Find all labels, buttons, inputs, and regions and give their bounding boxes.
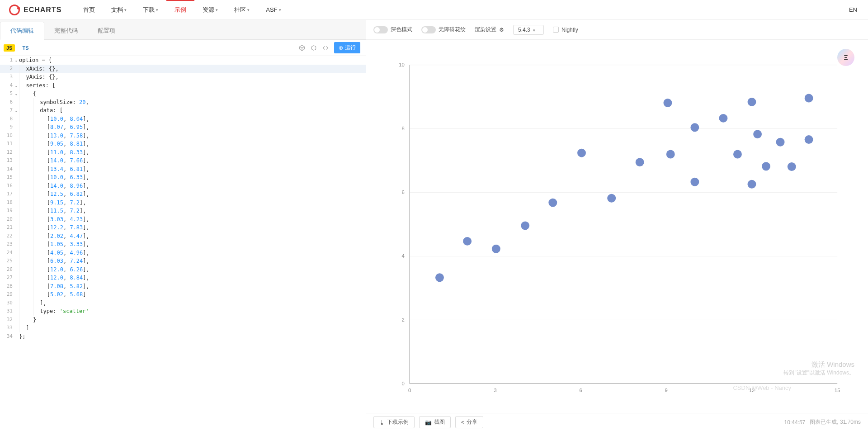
svg-point-21 bbox=[690, 123, 699, 132]
code-line[interactable]: 7▾ data: [ bbox=[0, 106, 366, 115]
code-line[interactable]: 3 yAxis: {}, bbox=[0, 73, 366, 81]
svg-point-33 bbox=[492, 245, 500, 253]
options-bar: 深色模式 无障碍花纹 渲染设置 ⚙ 5.4.3 ▾ Nightly bbox=[366, 20, 868, 40]
code-line[interactable]: 5▾ { bbox=[0, 90, 366, 98]
code-line[interactable]: 13 [14.0, 7.66], bbox=[0, 156, 366, 165]
cube-icon[interactable] bbox=[296, 43, 308, 53]
editor-tabs: 代码编辑完整代码配置项 bbox=[0, 20, 366, 40]
svg-point-41 bbox=[607, 194, 616, 203]
code-line[interactable]: 20 [3.03, 4.23], bbox=[0, 215, 366, 224]
svg-point-26 bbox=[805, 135, 813, 144]
language-switch[interactable]: EN bbox=[849, 6, 857, 13]
code-line[interactable]: 28 [7.08, 5.82], bbox=[0, 282, 366, 291]
code-line[interactable]: 10 [13.0, 7.58], bbox=[0, 132, 366, 140]
screenshot-button[interactable]: 📷截图 bbox=[419, 416, 451, 428]
nav-item-5[interactable]: 社区▾ bbox=[226, 0, 258, 20]
logo[interactable]: ECHARTS bbox=[9, 5, 61, 15]
code-line[interactable]: 32 } bbox=[0, 316, 366, 324]
nav-item-1[interactable]: 文档▾ bbox=[103, 0, 135, 20]
nav-item-0[interactable]: 首页 bbox=[75, 0, 103, 20]
logo-text: ECHARTS bbox=[24, 6, 61, 14]
share-button[interactable]: <分享 bbox=[455, 416, 483, 428]
chevron-down-icon: ▾ bbox=[247, 8, 250, 12]
editor-tab-2[interactable]: 配置项 bbox=[88, 22, 125, 39]
code-line[interactable]: 34}; bbox=[0, 332, 366, 341]
scatter-chart[interactable]: 024681003691215 bbox=[380, 49, 854, 408]
code-line[interactable]: 17 [12.5, 6.82], bbox=[0, 190, 366, 199]
gear-icon: ⚙ bbox=[499, 27, 504, 33]
code-line[interactable]: 6 symbolSize: 20, bbox=[0, 98, 366, 107]
download-icon: ⭳ bbox=[379, 419, 385, 426]
code-line[interactable]: 8 [10.0, 8.04], bbox=[0, 115, 366, 123]
code-line[interactable]: 18 [9.15, 7.2], bbox=[0, 199, 366, 207]
code-line[interactable]: 23 [1.05, 3.33], bbox=[0, 240, 366, 249]
code-line[interactable]: 22 [2.02, 4.47], bbox=[0, 232, 366, 241]
code-line[interactable]: 12 [11.0, 8.33], bbox=[0, 148, 366, 157]
chevron-down-icon: ▾ bbox=[216, 8, 218, 12]
nightly-label: Nightly bbox=[561, 27, 578, 33]
code-line[interactable]: 11 [9.05, 8.81], bbox=[0, 140, 366, 148]
code-line[interactable]: 4▾ series: [ bbox=[0, 81, 366, 90]
code-line[interactable]: 15 [10.0, 6.33], bbox=[0, 173, 366, 182]
nav-item-3[interactable]: 示例 bbox=[166, 0, 194, 20]
ts-badge[interactable]: TS bbox=[19, 44, 31, 52]
code-editor[interactable]: 1▾option = {2 xAxis: {},3 yAxis: {},4▾ s… bbox=[0, 56, 366, 431]
nightly-checkbox[interactable]: Nightly bbox=[553, 27, 578, 33]
nav-item-2[interactable]: 下载▾ bbox=[135, 0, 166, 20]
code-line[interactable]: 16 [14.0, 8.96], bbox=[0, 182, 366, 190]
svg-point-40 bbox=[748, 98, 756, 106]
code-line[interactable]: 2 xAxis: {}, bbox=[0, 65, 366, 73]
nav-item-4[interactable]: 资源▾ bbox=[194, 0, 226, 20]
code-line[interactable]: 29 [5.02, 5.68] bbox=[0, 290, 366, 299]
code-line[interactable]: 27 [12.0, 8.84], bbox=[0, 274, 366, 282]
run-button[interactable]: 运行 bbox=[334, 42, 360, 53]
svg-point-42 bbox=[548, 199, 557, 207]
svg-point-38 bbox=[577, 149, 586, 157]
footer-bar: ⭳下载示例 📷截图 <分享 10:44:57 图表已生成, 31.70ms bbox=[366, 413, 868, 431]
code-line[interactable]: 14 [13.4, 6.81], bbox=[0, 165, 366, 174]
download-label: 下载示例 bbox=[387, 418, 409, 426]
code-line[interactable]: 26 [12.0, 6.26], bbox=[0, 265, 366, 274]
svg-point-23 bbox=[776, 138, 785, 147]
nav-item-6[interactable]: ASF▾ bbox=[258, 0, 289, 20]
chevron-down-icon: ▾ bbox=[279, 8, 281, 12]
editor-tab-1[interactable]: 完整代码 bbox=[44, 22, 88, 39]
code-line[interactable]: 33 ] bbox=[0, 324, 366, 332]
version-select[interactable]: 5.4.3 ▾ bbox=[513, 25, 544, 35]
code-line[interactable]: 31 type: 'scatter' bbox=[0, 307, 366, 316]
svg-text:8: 8 bbox=[402, 126, 405, 131]
pattern-toggle[interactable]: 无障碍花纹 bbox=[421, 26, 466, 33]
svg-point-30 bbox=[762, 162, 770, 171]
checkbox-icon bbox=[553, 27, 559, 33]
editor-tab-0[interactable]: 代码编辑 bbox=[0, 22, 44, 40]
svg-point-35 bbox=[463, 237, 472, 246]
box-icon[interactable] bbox=[308, 43, 320, 53]
svg-point-22 bbox=[636, 158, 644, 166]
preview-pane: 深色模式 无障碍花纹 渲染设置 ⚙ 5.4.3 ▾ Nightly 024681… bbox=[366, 20, 868, 431]
render-settings-label: 渲染设置 bbox=[475, 26, 496, 33]
svg-text:10: 10 bbox=[399, 62, 405, 67]
download-example-button[interactable]: ⭳下载示例 bbox=[373, 416, 415, 428]
code-line[interactable]: 24 [4.05, 4.96], bbox=[0, 249, 366, 257]
code-line[interactable]: 25 [6.03, 7.24], bbox=[0, 257, 366, 265]
version-label: 5.4.3 bbox=[518, 27, 530, 33]
code-line[interactable]: 30 ], bbox=[0, 299, 366, 308]
svg-text:15: 15 bbox=[835, 388, 840, 393]
code-line[interactable]: 9 [8.07, 6.95], bbox=[0, 123, 366, 132]
screenshot-label: 截图 bbox=[434, 418, 445, 426]
dark-mode-toggle[interactable]: 深色模式 bbox=[373, 26, 412, 33]
svg-point-36 bbox=[435, 273, 444, 282]
code-line[interactable]: 1▾option = { bbox=[0, 56, 366, 65]
js-badge[interactable]: JS bbox=[4, 44, 15, 52]
code-line[interactable]: 21 [12.2, 7.83], bbox=[0, 223, 366, 232]
svg-point-34 bbox=[753, 130, 762, 138]
pattern-label: 无障碍花纹 bbox=[439, 26, 466, 33]
code-icon[interactable] bbox=[320, 43, 331, 53]
svg-point-25 bbox=[719, 114, 727, 123]
code-line[interactable]: 19 [11.5, 7.2], bbox=[0, 207, 366, 215]
editor-toolbar: JS TS 运行 bbox=[0, 40, 366, 56]
svg-text:2: 2 bbox=[402, 317, 405, 322]
svg-point-39 bbox=[748, 180, 756, 189]
svg-text:12: 12 bbox=[749, 388, 755, 393]
render-settings-link[interactable]: 渲染设置 ⚙ bbox=[475, 26, 504, 33]
